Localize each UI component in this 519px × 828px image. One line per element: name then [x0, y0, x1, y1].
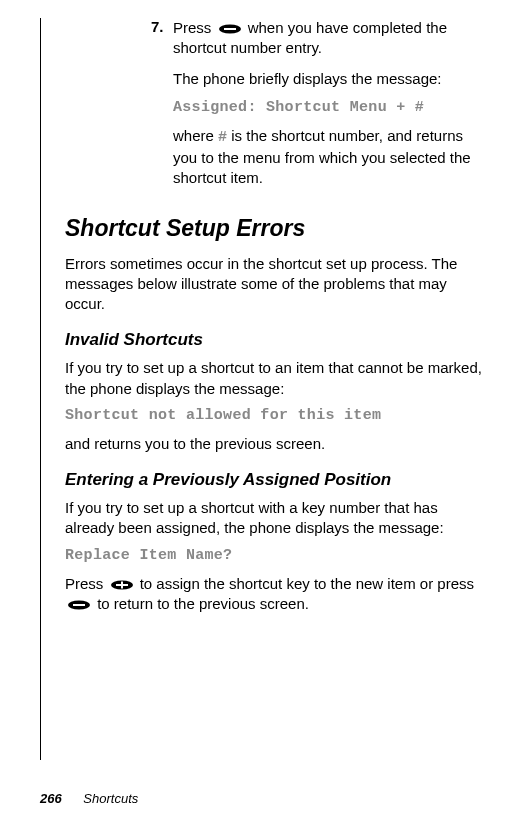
step-text-part1: Press — [173, 19, 216, 36]
page-number: 266 — [40, 791, 62, 806]
hash-symbol: # — [218, 129, 227, 146]
p2-part-b: to assign the shortcut key to the new it… — [136, 575, 475, 592]
step-followup-2a: where — [173, 127, 218, 144]
svg-rect-4 — [121, 581, 123, 588]
heading-entering-previously-assigned: Entering a Previously Assigned Position — [65, 470, 491, 490]
minus-key-icon-2 — [67, 600, 91, 610]
invalid-message: Shortcut not allowed for this item — [65, 407, 491, 424]
plus-key-icon — [110, 580, 134, 590]
content-column: 7. Press when you have completed the sho… — [40, 18, 491, 760]
page-footer: 266 Shortcuts — [40, 791, 138, 806]
chapter-name: Shortcuts — [83, 791, 138, 806]
step-number: 7. — [151, 18, 173, 59]
heading-shortcut-setup-errors: Shortcut Setup Errors — [65, 215, 491, 242]
step-7: 7. Press when you have completed the sho… — [151, 18, 491, 59]
assigned-p2: Press to assign the shortcut key to the … — [65, 574, 491, 615]
invalid-p1: If you try to set up a shortcut to an it… — [65, 358, 491, 399]
svg-rect-1 — [224, 28, 236, 30]
assigned-p1: If you try to set up a shortcut with a k… — [65, 498, 491, 539]
invalid-p2: and returns you to the previous screen. — [65, 434, 491, 454]
replace-message: Replace Item Name? — [65, 547, 491, 564]
svg-rect-6 — [73, 604, 85, 606]
step-followup-2: where # is the shortcut number, and retu… — [173, 126, 491, 189]
heading-invalid-shortcuts: Invalid Shortcuts — [65, 330, 491, 350]
p2-part-a: Press — [65, 575, 108, 592]
intro-paragraph: Errors sometimes occur in the shortcut s… — [65, 254, 491, 315]
step-text: Press when you have completed the shortc… — [173, 18, 491, 59]
minus-key-icon — [218, 24, 242, 34]
assigned-message: Assigned: Shortcut Menu + # — [173, 99, 491, 116]
step-followup-1: The phone briefly displays the message: — [173, 69, 491, 89]
p2-part-c: to return to the previous screen. — [93, 595, 309, 612]
